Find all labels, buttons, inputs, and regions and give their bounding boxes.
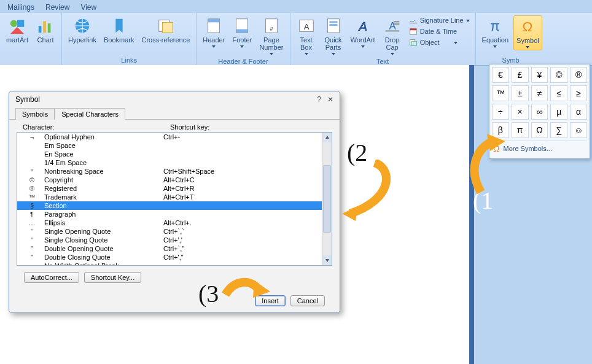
row-symbol <box>20 158 44 167</box>
autocorrect-button[interactable]: AutoCorrect... <box>24 272 79 283</box>
header-shortcut: Shortcut key: <box>170 123 209 131</box>
list-item[interactable]: ¬Optional HyphenCtrl+- <box>17 133 322 141</box>
quickparts-button[interactable]: Quick Parts <box>321 15 346 56</box>
datetime-button[interactable]: Date & Time <box>407 26 472 36</box>
symbol-cell[interactable]: α <box>570 104 587 120</box>
symbol-cell[interactable]: ¥ <box>531 67 548 83</box>
tab-review[interactable]: Review <box>44 2 71 13</box>
footer-label: Footer <box>232 36 252 44</box>
symbol-cell[interactable]: ∑ <box>550 122 567 138</box>
symbol-button[interactable]: Ω Symbol <box>513 15 542 50</box>
list-item[interactable]: 'Single Closing QuoteCtrl+',' <box>17 236 322 244</box>
symbol-cell[interactable]: ® <box>570 67 587 83</box>
textbox-button[interactable]: A Text Box <box>294 15 319 56</box>
list-item[interactable]: ©CopyrightAlt+Ctrl+C <box>17 176 322 184</box>
smartart-button[interactable]: martArt <box>4 15 31 45</box>
list-item[interactable]: "Double Closing QuoteCtrl+'," <box>17 253 322 261</box>
dialog-titlebar: Symbol ? ✕ <box>9 91 340 107</box>
group-links: Hyperlink Bookmark Cross-reference Links <box>62 13 197 65</box>
list-item[interactable]: 'Single Opening QuoteCtrl+`,` <box>17 227 322 236</box>
object-button[interactable]: Object <box>407 37 472 47</box>
insert-button[interactable]: Insert <box>255 295 286 306</box>
dropcap-button[interactable]: A Drop Cap <box>380 15 405 56</box>
crossref-icon <box>157 17 175 35</box>
scrollbar[interactable] <box>322 133 332 265</box>
row-shortcut <box>163 261 319 265</box>
symbol-cell[interactable]: £ <box>512 67 529 83</box>
row-name: Ellipsis <box>44 219 163 227</box>
row-name: Single Opening Quote <box>44 227 163 236</box>
scroll-down-button[interactable] <box>322 255 332 265</box>
chevron-down-icon <box>454 42 458 44</box>
tab-view[interactable]: View <box>79 2 98 13</box>
crossref-button[interactable]: Cross-reference <box>139 15 192 45</box>
tab-symbols[interactable]: Symbols <box>15 108 55 120</box>
row-shortcut <box>163 158 319 167</box>
group-label-illustrations <box>30 56 32 64</box>
symbol-cell[interactable]: ≠ <box>531 85 548 101</box>
symbol-cell[interactable]: × <box>512 104 529 120</box>
list-item[interactable]: No-Width Optional Break <box>17 261 322 265</box>
pagenumber-button[interactable]: # Page Number <box>257 15 286 56</box>
symbol-cell[interactable]: € <box>492 67 509 83</box>
list-item[interactable]: °Nonbreaking SpaceCtrl+Shift+Space <box>17 167 322 176</box>
close-button[interactable]: ✕ <box>327 95 333 104</box>
list-item[interactable]: Em Space <box>17 141 322 150</box>
object-icon <box>409 38 418 47</box>
row-symbol: ¶ <box>20 210 44 219</box>
wordart-button[interactable]: A WordArt <box>348 15 378 56</box>
cancel-button[interactable]: Cancel <box>290 295 325 306</box>
header-button[interactable]: Header <box>200 15 227 56</box>
svg-rect-5 <box>48 23 51 33</box>
list-item[interactable]: …EllipsisAlt+Ctrl+. <box>17 219 322 227</box>
list-item[interactable]: ™TrademarkAlt+Ctrl+T <box>17 193 322 201</box>
scroll-up-button[interactable] <box>322 133 332 142</box>
symbol-cell[interactable]: ™ <box>492 85 509 101</box>
symbol-cell[interactable]: β <box>492 122 509 138</box>
list-item[interactable]: En Space <box>17 150 322 158</box>
footer-icon <box>233 17 251 35</box>
list-item[interactable]: "Double Opening QuoteCtrl+`," <box>17 244 322 253</box>
symbol-cell[interactable]: ≥ <box>570 85 587 101</box>
wordart-label: WordArt <box>351 36 375 44</box>
symbol-cell[interactable]: π <box>512 122 529 138</box>
symbol-cell[interactable]: µ <box>550 104 567 120</box>
chevron-down-icon <box>361 45 365 48</box>
chart-icon <box>36 17 55 35</box>
help-button[interactable]: ? <box>317 95 321 104</box>
scroll-thumb[interactable] <box>323 165 331 233</box>
chart-button[interactable]: Chart <box>33 15 58 45</box>
symbol-cell[interactable]: ☺ <box>570 122 587 138</box>
tab-special-characters[interactable]: Special Characters <box>55 108 125 120</box>
svg-rect-29 <box>411 41 416 45</box>
bookmark-button[interactable]: Bookmark <box>101 15 137 45</box>
list-item[interactable]: ¶Paragraph <box>17 210 322 219</box>
symbol-cell[interactable]: Ω <box>531 122 548 138</box>
list-item[interactable]: §Section <box>17 201 322 210</box>
tab-mailings[interactable]: Mailings <box>6 2 36 13</box>
more-symbols-item[interactable]: Ω More Symbols... <box>492 141 587 156</box>
sigline-button[interactable]: Signature Line <box>407 15 472 25</box>
group-symbols: π Equation Ω Symbol Symb <box>476 13 546 65</box>
symbol-cell[interactable]: ± <box>512 85 529 101</box>
list-item[interactable]: 1/4 Em Space <box>17 158 322 167</box>
footer-button[interactable]: Footer <box>230 15 254 56</box>
hyperlink-label: Hyperlink <box>68 36 96 44</box>
hyperlink-button[interactable]: Hyperlink <box>66 15 99 45</box>
dialog-title: Symbol <box>15 95 40 104</box>
symbol-cell[interactable]: ∞ <box>531 104 548 120</box>
symbol-cell[interactable]: ÷ <box>492 104 509 120</box>
symbol-cell[interactable]: © <box>550 67 567 83</box>
svg-rect-4 <box>43 21 46 33</box>
omega-icon: Ω <box>493 144 499 153</box>
text-mini-list: Signature Line Date & Time Object <box>407 15 472 56</box>
omega-icon: Ω <box>518 17 537 36</box>
list-item[interactable]: ®RegisteredAlt+Ctrl+R <box>17 184 322 193</box>
svg-rect-18 <box>329 21 337 23</box>
symbol-cell[interactable]: ≤ <box>550 85 567 101</box>
equation-button[interactable]: π Equation <box>480 15 511 50</box>
chevron-down-icon <box>391 53 394 55</box>
shortcutkey-button[interactable]: Shortcut Key... <box>84 272 141 283</box>
object-label: Object <box>420 39 440 46</box>
row-name: Optional Hyphen <box>44 133 163 141</box>
